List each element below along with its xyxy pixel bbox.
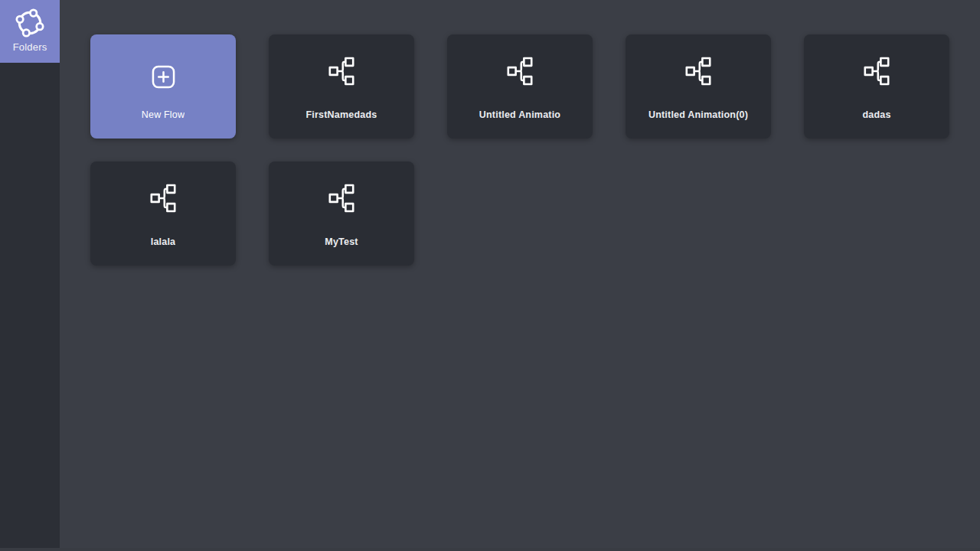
flow-card-label: Untitled Animatio (479, 109, 560, 120)
plus-icon (152, 60, 175, 93)
sidebar-item-label: Folders (13, 41, 47, 53)
flow-tree-icon (150, 181, 176, 215)
flow-card-label: dadas (862, 109, 890, 120)
flow-card[interactable]: Untitled Animation(0) (626, 34, 771, 139)
flows-grid: New Flow FirstNamedads (60, 0, 980, 266)
flow-card[interactable]: lalala (90, 161, 236, 266)
flow-card-label: MyTest (325, 236, 358, 247)
sidebar: Folders (0, 0, 60, 548)
flow-tree-icon (328, 181, 354, 215)
flow-card-label: lalala (151, 236, 175, 247)
flow-card[interactable]: MyTest (269, 161, 414, 266)
flow-card[interactable]: FirstNamedads (269, 34, 414, 139)
flow-card[interactable]: dadas (804, 34, 949, 139)
new-flow-label: New Flow (142, 109, 185, 120)
flow-tree-icon (507, 54, 533, 88)
main-content: New Flow FirstNamedads (60, 0, 980, 551)
folders-cycle-icon (13, 6, 47, 40)
flow-card-label: FirstNamedads (306, 109, 377, 120)
flow-tree-icon (328, 54, 354, 88)
new-flow-button[interactable]: New Flow (90, 34, 236, 139)
flow-card[interactable]: Untitled Animatio (447, 34, 593, 139)
flow-tree-icon (685, 54, 711, 88)
sidebar-item-folders[interactable]: Folders (0, 0, 60, 63)
flow-tree-icon (864, 54, 890, 88)
app-window: Folders New Flow (0, 0, 980, 551)
bottom-edge-strip (0, 548, 980, 551)
flow-card-label: Untitled Animation(0) (648, 109, 748, 120)
